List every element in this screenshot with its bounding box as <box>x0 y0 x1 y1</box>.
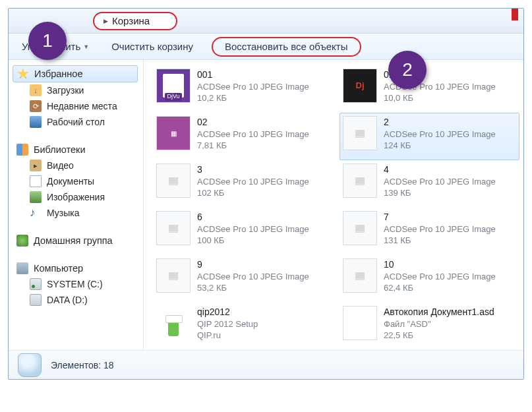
callout-1: 1 <box>28 22 67 60</box>
toolbar: Упорядочить ▼ Очистить корзину Восстанов… <box>9 34 523 60</box>
desktop-icon <box>30 116 42 128</box>
status-bar: Элементов: 18 <box>9 350 523 379</box>
file-meta: 9ACDSee Pro 10 JPEG Image53,2 КБ <box>197 258 309 294</box>
file-item[interactable]: ▒▒4ACDSee Pro 10 JPEG Image139 КБ <box>340 160 519 208</box>
sidebar-item-documents[interactable]: Документы <box>13 173 143 189</box>
computer-label: Компьютер <box>34 263 83 274</box>
file-size: 10,2 КБ <box>197 92 309 104</box>
file-name: 4 <box>384 163 496 176</box>
favorites-label: Избранное <box>34 69 82 79</box>
content-area: Избранное Загрузки Недавние места Рабочи… <box>9 60 523 350</box>
restore-all-label: Восстановить все объекты <box>225 41 348 52</box>
address-bar[interactable]: ▶ Корзина <box>9 9 523 34</box>
file-type: QIP 2012 Setup <box>197 318 258 330</box>
sidebar-header-computer[interactable]: Компьютер <box>13 260 143 276</box>
file-item[interactable]: DjVu001ACDSee Pro 10 JPEG Image10,2 КБ <box>153 65 333 113</box>
drive-c-icon <box>30 278 42 290</box>
sidebar-item-drive-d[interactable]: DATA (D:) <box>13 292 143 308</box>
file-thumbnail: ▒▒ <box>156 258 191 293</box>
file-size: 10,0 КБ <box>384 92 496 104</box>
sidebar-header-homegroup[interactable]: Домашняя группа <box>13 233 143 249</box>
status-count: Элементов: 18 <box>51 360 114 370</box>
sidebar-item-label: DATA (D:) <box>47 295 88 305</box>
file-item[interactable]: Dj01ACDSee Pro 10 JPEG Image10,0 КБ <box>340 65 519 113</box>
documents-icon <box>30 175 42 187</box>
file-item[interactable]: ▒▒10ACDSee Pro 10 JPEG Image62,4 КБ <box>340 255 519 303</box>
sidebar-item-recent[interactable]: Недавние места <box>13 98 143 114</box>
file-item[interactable]: Автокопия Документ1.asdФайл "ASD"22,5 КБ <box>340 303 519 350</box>
sidebar-item-label: Музыка <box>47 208 80 218</box>
nav-sidebar: Избранное Загрузки Недавние места Рабочи… <box>9 60 144 350</box>
drive-d-icon <box>30 294 42 306</box>
file-type: ACDSee Pro 10 JPEG Image <box>197 176 309 188</box>
sidebar-item-music[interactable]: ♪ Музыка <box>13 205 143 221</box>
file-size: 22,5 КБ <box>384 330 494 341</box>
file-type: Файл "ASD" <box>384 318 494 330</box>
sidebar-header-libraries[interactable]: Библиотеки <box>13 142 143 158</box>
empty-bin-button[interactable]: Очистить корзину <box>111 41 193 52</box>
file-name: 6 <box>197 211 309 223</box>
file-size: 53,2 КБ <box>197 282 309 294</box>
file-item[interactable]: qip2012QIP 2012 SetupQIP.ru <box>153 303 333 350</box>
favorites-group: Избранное Загрузки Недавние места Рабочи… <box>13 65 143 130</box>
libraries-group: Библиотеки Видео Документы Изображения ♪… <box>13 142 143 221</box>
file-list[interactable]: DjVu001ACDSee Pro 10 JPEG Image10,2 КБDj… <box>144 60 523 350</box>
sidebar-item-label: Недавние места <box>47 101 117 111</box>
file-meta: 4ACDSee Pro 10 JPEG Image139 КБ <box>384 163 496 199</box>
file-name: 10 <box>384 258 496 271</box>
file-thumbnail: ▦ <box>156 116 191 150</box>
file-thumbnail <box>343 306 377 340</box>
file-thumbnail: Dj <box>343 69 377 103</box>
libraries-label: Библиотеки <box>34 144 86 155</box>
homegroup-icon <box>16 235 28 247</box>
file-size: 124 КБ <box>384 140 496 152</box>
chevron-down-icon: ▼ <box>83 44 89 50</box>
breadcrumb-highlight: ▶ Корзина <box>93 12 177 30</box>
restore-highlight: Восстановить все объекты <box>212 37 361 57</box>
restore-all-button[interactable]: Восстановить все объекты <box>225 41 348 52</box>
file-name: 9 <box>197 258 309 271</box>
sidebar-item-drive-c[interactable]: SYSTEM (C:) <box>13 276 143 292</box>
file-item[interactable]: ▒▒3ACDSee Pro 10 JPEG Image102 КБ <box>153 160 333 208</box>
file-size: 102 КБ <box>197 187 309 199</box>
file-meta: 3ACDSee Pro 10 JPEG Image102 КБ <box>197 163 309 199</box>
file-thumbnail: ▒▒ <box>156 163 191 198</box>
file-name: Автокопия Документ1.asd <box>384 306 494 318</box>
file-item[interactable]: ▦02ACDSee Pro 10 JPEG Image7,81 КБ <box>153 113 333 160</box>
file-size: 62,4 КБ <box>384 282 496 294</box>
file-item[interactable]: ▒▒2ACDSee Pro 10 JPEG Image124 КБ <box>340 113 519 160</box>
file-item[interactable]: ▒▒9ACDSee Pro 10 JPEG Image53,2 КБ <box>153 255 333 303</box>
file-name: 02 <box>197 116 309 129</box>
file-meta: 7ACDSee Pro 10 JPEG Image131 КБ <box>384 211 496 247</box>
file-type: ACDSee Pro 10 JPEG Image <box>384 223 496 235</box>
images-icon <box>30 191 42 203</box>
file-type: ACDSee Pro 10 JPEG Image <box>197 81 309 93</box>
file-thumbnail: ▒▒ <box>156 211 191 245</box>
breadcrumb-text[interactable]: Корзина <box>112 15 150 26</box>
file-type: ACDSee Pro 10 JPEG Image <box>384 129 496 140</box>
file-name: 3 <box>197 163 309 176</box>
sidebar-item-label: Видео <box>47 160 74 171</box>
recycle-bin-icon <box>18 353 42 377</box>
file-meta: Автокопия Документ1.asdФайл "ASD"22,5 КБ <box>384 306 494 341</box>
file-thumbnail <box>156 306 191 340</box>
breadcrumb-arrow-icon: ▶ <box>103 18 108 24</box>
file-type: ACDSee Pro 10 JPEG Image <box>197 129 309 140</box>
sidebar-item-video[interactable]: Видео <box>13 158 143 173</box>
sidebar-item-images[interactable]: Изображения <box>13 189 143 205</box>
file-size: 100 КБ <box>197 235 309 247</box>
file-item[interactable]: ▒▒7ACDSee Pro 10 JPEG Image131 КБ <box>340 208 519 255</box>
sidebar-header-favorites[interactable]: Избранное <box>13 65 138 82</box>
file-type: ACDSee Pro 10 JPEG Image <box>384 176 496 188</box>
sidebar-item-desktop[interactable]: Рабочий стол <box>13 114 143 130</box>
sidebar-item-label: Рабочий стол <box>47 117 105 127</box>
file-meta: qip2012QIP 2012 SetupQIP.ru <box>197 306 258 341</box>
file-size: 131 КБ <box>384 235 496 247</box>
file-meta: 6ACDSee Pro 10 JPEG Image100 КБ <box>197 211 309 247</box>
sidebar-item-downloads[interactable]: Загрузки <box>13 82 143 98</box>
file-meta: 02ACDSee Pro 10 JPEG Image7,81 КБ <box>197 116 309 152</box>
file-thumbnail: ▒▒ <box>343 163 377 198</box>
libraries-icon <box>16 144 28 156</box>
file-item[interactable]: ▒▒6ACDSee Pro 10 JPEG Image100 КБ <box>153 208 333 255</box>
video-icon <box>30 160 42 171</box>
